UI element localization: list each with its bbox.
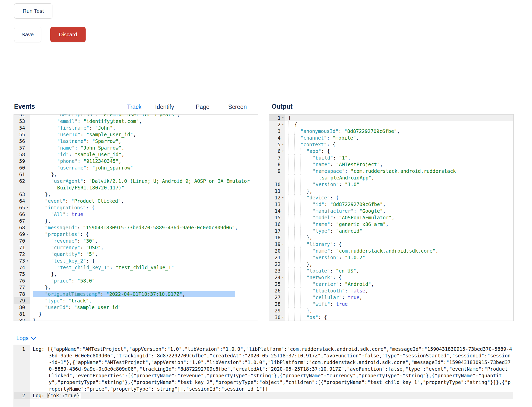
fold-spacer <box>281 188 285 194</box>
line-gutter: 61 <box>14 171 30 178</box>
code-line: 60"username": "john_sparrow" <box>14 164 258 171</box>
code-line: 6▾"app": { <box>269 148 513 154</box>
code-text: "price": "58.0" <box>30 277 258 284</box>
line-number: 30 <box>269 314 281 321</box>
line-gutter: 27 <box>269 294 285 301</box>
line-number: 9 <box>269 168 281 174</box>
line-gutter: 28 <box>269 301 285 307</box>
code-line: 20"name": "com.rudderstack.android.sdk.c… <box>269 247 513 254</box>
code-text: }, <box>285 307 513 314</box>
fold-spacer <box>25 346 30 392</box>
fold-spacer <box>25 251 30 257</box>
line-number: 60 <box>14 164 25 171</box>
fold-arrow-icon[interactable]: ▾ <box>281 141 285 148</box>
line-gutter: 18 <box>269 234 285 241</box>
fold-arrow-icon[interactable]: ▾ <box>281 194 285 201</box>
fold-spacer <box>25 118 30 125</box>
fold-arrow-icon[interactable]: ▾ <box>25 204 30 211</box>
tab-screen[interactable]: Screen <box>228 104 247 110</box>
line-number: 79 <box>14 297 25 304</box>
code-text: "All": true <box>30 211 258 218</box>
fold-spacer <box>25 171 30 178</box>
code-line: 74"test_child_key_1": "test_child_value_… <box>14 264 258 271</box>
code-line: 3"anonymousId": "8d872292709c6fbe", <box>269 128 513 134</box>
fold-spacer <box>25 131 30 138</box>
run-test-button[interactable]: Run Test <box>14 3 52 19</box>
code-text: "type": "android" <box>285 228 513 234</box>
code-text: "userId": "sample_user_id", <box>30 131 258 138</box>
code-text: "userAgent": "Dalvik/2.1.0 (Linux; U; An… <box>30 178 258 184</box>
line-number: 77 <box>14 284 25 291</box>
code-text: "id": "sample_user_id", <box>30 151 258 158</box>
fold-spacer <box>281 214 285 221</box>
code-text: Build/PSR1.180720.117)" <box>30 184 258 191</box>
save-button[interactable]: Save <box>14 27 41 42</box>
line-gutter: 1▾ <box>269 115 285 121</box>
code-text: "name": "com.rudderstack.android.sdk.cor… <box>285 247 513 254</box>
fold-spacer <box>25 271 30 277</box>
line-gutter: 81 <box>14 311 30 317</box>
fold-arrow-icon[interactable]: ▾ <box>281 314 285 321</box>
line-number: 24 <box>269 274 281 281</box>
code-line: 1▾[ <box>269 115 513 121</box>
fold-spacer <box>25 114 30 118</box>
line-number: 15 <box>269 214 281 221</box>
fold-spacer <box>25 151 30 158</box>
line-number: 3 <box>269 128 281 134</box>
line-number: 11 <box>269 188 281 194</box>
logs-console[interactable]: 1Log: [{"appName":"AMTestProject","appVe… <box>14 345 513 407</box>
fold-arrow-icon[interactable]: ▾ <box>281 241 285 247</box>
code-line: 27"cellular": true, <box>269 294 513 301</box>
code-text: "network": { <box>285 274 513 281</box>
fold-spacer <box>281 247 285 254</box>
logs-toggle[interactable]: Logs <box>16 335 35 342</box>
code-line: 61}, <box>14 171 258 178</box>
line-gutter: 70 <box>14 238 30 244</box>
code-line: 26"bluetooth": false, <box>269 287 513 294</box>
tab-track[interactable]: Track <box>127 104 142 110</box>
fold-arrow-icon[interactable]: ▾ <box>281 274 285 281</box>
line-number: 6 <box>269 148 281 154</box>
tab-page[interactable]: Page <box>196 104 210 110</box>
line-gutter: 54 <box>14 125 30 131</box>
discard-button[interactable]: Discard <box>50 27 86 42</box>
line-gutter: 11 <box>269 188 285 194</box>
fold-arrow-icon[interactable]: ▾ <box>25 231 30 238</box>
line-gutter: 55 <box>14 131 30 138</box>
code-text: "bluetooth": false, <box>285 287 513 294</box>
line-gutter: 24▾ <box>269 274 285 281</box>
fold-arrow-icon[interactable]: ▾ <box>281 121 285 128</box>
code-line: 58"id": "sample_user_id", <box>14 151 258 158</box>
fold-arrow-icon[interactable]: ▾ <box>281 115 285 121</box>
line-number: 53 <box>14 118 25 125</box>
line-gutter: 10 <box>269 181 285 188</box>
code-line: 25"carrier": "Android", <box>269 281 513 287</box>
line-gutter: 6▾ <box>269 148 285 154</box>
line-number: 22 <box>269 261 281 267</box>
code-text: }, <box>285 234 513 241</box>
code-line: 63}, <box>14 191 258 198</box>
tab-identify[interactable]: Identify <box>155 104 174 110</box>
line-gutter: 64 <box>14 198 30 204</box>
output-code-editor[interactable]: 1▾[2▾{3"anonymousId": "8d872292709c6fbe"… <box>269 114 514 321</box>
line-gutter: 68 <box>14 224 30 231</box>
fold-spacer <box>25 178 30 184</box>
line-number: 16 <box>269 221 281 228</box>
fold-arrow-icon[interactable]: ▾ <box>25 257 30 264</box>
line-gutter: 73▾ <box>14 257 30 264</box>
line-gutter: 20 <box>269 247 285 254</box>
line-number: 4 <box>269 134 281 141</box>
fold-arrow-icon[interactable]: ▾ <box>281 148 285 154</box>
code-line: 56"lastname": "Sparrow", <box>14 138 258 144</box>
line-number: 82 <box>14 317 25 321</box>
code-line: 78"originalTimestamp": "2022-04-01T10:37… <box>14 291 258 297</box>
fold-spacer <box>25 184 30 191</box>
line-gutter: 8 <box>269 161 285 168</box>
events-code-editor[interactable]: 52"description": "Premium user for 5 yea… <box>14 114 258 321</box>
line-number: 55 <box>14 131 25 138</box>
line-gutter: 58 <box>14 151 30 158</box>
fold-spacer <box>25 392 30 399</box>
code-line: 11}, <box>269 188 513 194</box>
line-number: 76 <box>14 277 25 284</box>
line-number: 26 <box>269 287 281 294</box>
